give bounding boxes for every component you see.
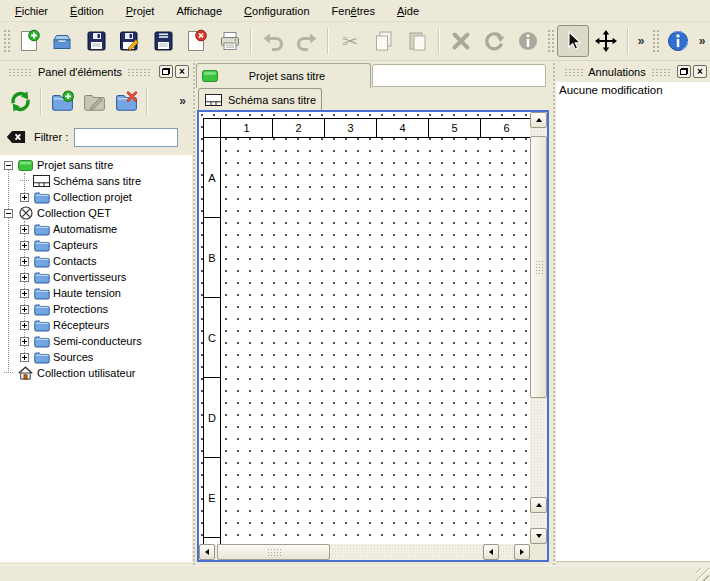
tree-item-label: Automatisme — [53, 223, 117, 235]
horizontal-scrollbar-thumb[interactable] — [217, 544, 330, 560]
schema-icon — [33, 175, 50, 187]
collapse-icon[interactable] — [4, 161, 13, 170]
new-document-button[interactable] — [13, 25, 45, 57]
diagram-info-button[interactable] — [662, 25, 694, 57]
restore-icon — [162, 68, 170, 75]
expand-icon[interactable] — [20, 257, 29, 266]
restore-icon — [680, 68, 688, 75]
save-as-button[interactable] — [113, 25, 145, 57]
menu-projet[interactable]: Projet — [115, 2, 166, 20]
select-mode-button[interactable] — [557, 25, 589, 57]
tree-item[interactable]: Protections — [0, 301, 192, 317]
paste-icon — [405, 29, 429, 53]
expand-icon[interactable] — [20, 241, 29, 250]
scroll-down-button[interactable] — [530, 528, 547, 544]
tree-item-label: Protections — [53, 303, 108, 315]
undo-history-list[interactable]: Aucune modification — [556, 82, 710, 562]
tree-item[interactable]: Contacts — [0, 253, 192, 269]
tree-item[interactable]: Automatisme — [0, 221, 192, 237]
menu-aide[interactable]: Aide — [386, 2, 430, 20]
scroll-left-button[interactable] — [199, 544, 215, 560]
toolbar-drag-handle[interactable] — [2, 28, 10, 54]
tab-project[interactable]: Projet sans titre — [196, 63, 371, 88]
expand-icon[interactable] — [20, 321, 29, 330]
undo-panel-float-button[interactable] — [677, 65, 691, 78]
pan-mode-button[interactable] — [591, 25, 623, 57]
qelectrotech-window: FichierÉditionProjetAffichageConfigurati… — [0, 0, 710, 581]
horizontal-scrollbar[interactable] — [199, 544, 530, 560]
expand-icon[interactable] — [20, 225, 29, 234]
vertical-scrollbar[interactable] — [530, 112, 547, 544]
expand-icon[interactable] — [20, 353, 29, 362]
toolbar-overflow-button[interactable]: » — [633, 34, 649, 48]
reload-collections-button[interactable] — [4, 85, 36, 117]
tree-item[interactable]: Collection QET — [0, 205, 192, 221]
collapse-icon[interactable] — [4, 209, 13, 218]
resize-grip-icon[interactable] — [696, 568, 709, 581]
tree-item[interactable]: Collection utilisateur — [0, 365, 192, 381]
filter-input[interactable] — [74, 128, 178, 147]
scroll-left-button-2[interactable] — [483, 544, 499, 560]
undo-list-item[interactable]: Aucune modification — [556, 82, 710, 98]
expand-icon[interactable] — [20, 289, 29, 298]
clear-filter-icon[interactable] — [6, 130, 26, 144]
expand-icon[interactable] — [20, 273, 29, 282]
new-category-button[interactable] — [46, 85, 78, 117]
folder-icon — [33, 191, 50, 204]
menu-fichier[interactable]: Fichier — [4, 2, 59, 20]
menu-fentres[interactable]: Fenêtres — [321, 2, 386, 20]
tree-item-label: Schéma sans titre — [53, 175, 141, 187]
collections-tree: Projet sans titreSchéma sans titreCollec… — [0, 155, 192, 562]
project-icon — [202, 70, 218, 82]
tree-item[interactable]: Récepteurs — [0, 317, 192, 333]
tree-item[interactable]: Collection projet — [0, 189, 192, 205]
tree-item-label: Semi-conducteurs — [53, 335, 142, 347]
row-header: C — [203, 298, 221, 378]
save-icon — [84, 29, 108, 53]
copy-button — [368, 25, 400, 57]
tree-item[interactable]: Capteurs — [0, 237, 192, 253]
close-project-icon — [184, 29, 208, 53]
delete-category-button[interactable] — [110, 85, 142, 117]
column-header: 5 — [429, 118, 481, 138]
scroll-up-button[interactable] — [530, 112, 547, 128]
open-project-button[interactable] — [46, 25, 78, 57]
toolbar-drag-handle[interactable] — [546, 28, 554, 54]
tree-item[interactable]: Haute tension — [0, 285, 192, 301]
tree-item[interactable]: Sources — [0, 349, 192, 365]
refresh-icon — [8, 89, 33, 114]
expand-icon[interactable] — [20, 193, 29, 202]
toolbar-separator — [250, 28, 252, 54]
save-all-button[interactable] — [147, 25, 179, 57]
menu-dition[interactable]: Édition — [59, 2, 115, 20]
vertical-scrollbar-thumb[interactable] — [530, 136, 547, 398]
undo-panel-close-button[interactable]: × — [693, 65, 707, 78]
panel-toolbar-overflow-button[interactable]: » — [179, 94, 186, 108]
panel-close-button[interactable]: × — [175, 65, 189, 78]
tab-schema[interactable]: Schéma sans titre — [198, 88, 322, 110]
home-icon — [17, 366, 34, 380]
schema-tab-label: Schéma sans titre — [228, 94, 316, 106]
toolbar-drag-handle[interactable] — [651, 28, 659, 54]
filter-row: Filtrer : — [0, 124, 192, 150]
scroll-right-button[interactable] — [514, 544, 530, 560]
schema-canvas[interactable]: 123456 ABCDE — [199, 112, 530, 544]
menu-configuration[interactable]: Configuration — [233, 2, 320, 20]
tree-item[interactable]: Semi-conducteurs — [0, 333, 192, 349]
panel-float-button[interactable] — [159, 65, 173, 78]
print-button[interactable] — [214, 25, 246, 57]
expand-icon[interactable] — [20, 337, 29, 346]
save-button[interactable] — [80, 25, 112, 57]
tree-item[interactable]: Projet sans titre — [0, 157, 192, 173]
tree-item[interactable]: Schéma sans titre — [0, 173, 192, 189]
row-header: E — [203, 458, 221, 538]
qet-collection-icon — [17, 206, 34, 220]
tree-item-label: Capteurs — [53, 239, 98, 251]
menu-affichage[interactable]: Affichage — [165, 2, 233, 20]
tree-item[interactable]: Convertisseurs — [0, 269, 192, 285]
scroll-up-button-2[interactable] — [530, 497, 547, 513]
expand-icon[interactable] — [20, 305, 29, 314]
toolbar-overflow-button-2[interactable]: » — [694, 34, 710, 48]
close-project-button[interactable] — [180, 25, 212, 57]
elements-panel-toolbar: » — [0, 81, 192, 121]
